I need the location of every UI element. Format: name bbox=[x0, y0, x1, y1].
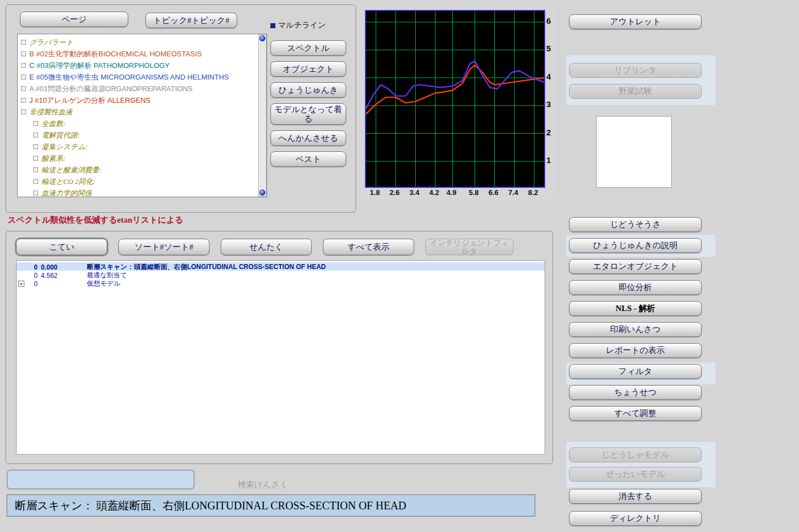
multiline-option[interactable]: マルチライン bbox=[270, 20, 326, 30]
item-checkbox[interactable] bbox=[33, 156, 38, 161]
vegetable-test-button[interactable]: 野菜試験 bbox=[569, 84, 702, 99]
right-action-button[interactable]: じどうそうさ bbox=[569, 217, 702, 232]
scroll-down-button[interactable] bbox=[259, 189, 265, 196]
catalog-list-item[interactable]: J #10アレルゲンの分析 ALLERGENS bbox=[18, 94, 267, 106]
item-label: グラバラート bbox=[29, 38, 74, 48]
results-row[interactable]: 0 0.000 断層スキャン：頭蓋縦断面、右側LONGITUDINAL CROS… bbox=[17, 262, 545, 271]
bottom-action-button[interactable]: 消去する bbox=[569, 489, 702, 504]
spectrum-chart bbox=[366, 11, 544, 187]
right-action-button[interactable]: 即位分析 bbox=[569, 280, 702, 295]
catalog-list-item[interactable]: グラバラート bbox=[18, 36, 267, 48]
results-toolbar-button[interactable]: せんたく bbox=[221, 239, 312, 255]
item-label: 輸送とCO 2同化: bbox=[41, 177, 95, 187]
preview-box bbox=[596, 116, 672, 188]
catalog-action-button[interactable]: モデルとなって着る bbox=[270, 103, 346, 125]
button-label: すべて表示 bbox=[347, 243, 389, 252]
item-checkbox[interactable] bbox=[33, 191, 38, 196]
results-row[interactable]: 0 4.562 最適な割当て bbox=[17, 271, 545, 279]
catalog-action-button[interactable]: オブジェクト bbox=[270, 61, 346, 77]
outlet-button[interactable]: アウトレット bbox=[569, 14, 702, 29]
item-checkbox[interactable] bbox=[33, 133, 38, 138]
button-label: インテリジェントフィルタ bbox=[429, 239, 510, 256]
selection-title: 断層スキャン： 頭蓋縦断面、右側LONGITUDINAL CROSS-SECTI… bbox=[7, 494, 535, 517]
bottom-actions: 消去する ディレクトリ bbox=[569, 489, 702, 526]
results-toolbar-button[interactable]: ソート#ソート# bbox=[118, 239, 210, 255]
catalog-list-item[interactable]: 酸素系: bbox=[18, 152, 267, 164]
button-label: ちょうせつ bbox=[614, 388, 657, 397]
row-number: 0 bbox=[28, 264, 41, 271]
row-number: 0 bbox=[28, 272, 41, 280]
listbox-scrollbar[interactable] bbox=[258, 34, 267, 197]
right-action-button[interactable]: エタロンオブジェクト bbox=[569, 259, 702, 274]
item-checkbox[interactable] bbox=[21, 109, 26, 114]
button-label: NLS - 解析 bbox=[615, 304, 655, 313]
catalog-actions: スペクトル オブジェクト ひょうじゅんき モデルとなって着る へんかんさせる bbox=[270, 40, 346, 167]
button-label: オブジェクト bbox=[283, 65, 333, 74]
right-action-button[interactable]: ちょうせつ bbox=[569, 385, 702, 400]
y-tick-label: 1 bbox=[546, 155, 557, 165]
right-action-button[interactable]: レポートの表示 bbox=[569, 343, 702, 358]
right-action-button[interactable]: フィルタ bbox=[569, 364, 702, 379]
right-action-button[interactable]: ひょうじゅんきの説明 bbox=[569, 238, 702, 253]
right-action-button[interactable]: 印刷いんさつ bbox=[569, 322, 702, 337]
catalog-list-item[interactable]: B #02生化学動的解析BIOCHEMICAL HOMEOSTASIS bbox=[18, 48, 267, 60]
results-toolbar-button[interactable]: インテリジェントフィルタ bbox=[425, 239, 514, 255]
item-checkbox[interactable] bbox=[21, 75, 26, 80]
right-action-button[interactable]: すべて調整 bbox=[569, 406, 702, 421]
item-checkbox[interactable] bbox=[21, 98, 26, 103]
button-label: エタロンオブジェクト bbox=[593, 262, 678, 271]
catalog-list-item[interactable]: 輸送と酸素消費量: bbox=[18, 164, 267, 176]
item-label: E #05微生物や寄生虫 MICROORGANISMS AND HELMINTH… bbox=[29, 72, 229, 82]
catalog-action-button[interactable]: へんかんさせる bbox=[270, 130, 346, 146]
button-label: こてい bbox=[49, 243, 74, 252]
results-toolbar-button[interactable]: こてい bbox=[16, 239, 107, 255]
item-label: 輸送と酸素消費量: bbox=[41, 165, 102, 175]
row-value: 0.000 bbox=[41, 264, 77, 271]
results-row[interactable]: × 0 仮想モデル bbox=[17, 279, 545, 287]
bottom-action-button[interactable]: ディレクトリ bbox=[569, 511, 702, 526]
item-label: 非侵襲性血液 bbox=[29, 107, 72, 117]
row-checkbox[interactable]: × bbox=[18, 281, 24, 287]
x-tick-label: 4.2 bbox=[426, 188, 442, 197]
catalog-list-item[interactable]: 輸送とCO 2同化: bbox=[18, 176, 267, 187]
catalog-list-item[interactable]: 電解質代謝: bbox=[18, 129, 267, 141]
catalog-list-item[interactable]: A #01問題分析の臓器源ORGANOPREPARATIONS bbox=[18, 83, 267, 94]
catalog-list-item[interactable]: 全血数: bbox=[18, 118, 267, 129]
x-tick-label: 4.9 bbox=[443, 188, 460, 197]
item-checkbox[interactable] bbox=[21, 63, 26, 68]
catalog-listbox[interactable]: グラバラート B #02生化学動的解析BIOCHEMICAL HOMEOSTAS… bbox=[17, 34, 267, 197]
catalog-action-button[interactable]: ベスト bbox=[270, 151, 346, 167]
model-action-button[interactable]: ぜったいモデル bbox=[569, 467, 702, 482]
scroll-up-button[interactable] bbox=[259, 35, 265, 41]
item-label: B #02生化学動的解析BIOCHEMICAL HOMEOSTASIS bbox=[29, 49, 202, 59]
item-checkbox[interactable] bbox=[21, 86, 26, 91]
x-tick-label: 8.2 bbox=[525, 188, 541, 197]
button-label: 印刷いんさつ bbox=[610, 325, 660, 334]
catalog-list-item[interactable]: C #03病理学的解析 PATHOMORPHOLOGY bbox=[18, 60, 267, 71]
catalog-action-button[interactable]: スペクトル bbox=[270, 40, 346, 56]
right-action-button[interactable]: NLS - 解析 bbox=[569, 301, 702, 316]
page-button[interactable]: ページ bbox=[20, 12, 128, 27]
button-label: ソート#ソート# bbox=[134, 243, 193, 252]
search-label: 検索けんさく bbox=[238, 480, 288, 490]
model-action-button[interactable]: じどうしゃモデル bbox=[569, 447, 702, 462]
catalog-list-item[interactable]: 凝集システム: bbox=[18, 141, 267, 152]
catalog-list-item[interactable]: E #05微生物や寄生虫 MICROORGANISMS AND HELMINTH… bbox=[18, 71, 267, 83]
item-checkbox[interactable] bbox=[33, 179, 38, 184]
topic-number-button[interactable]: トピック#トピック# bbox=[145, 13, 237, 28]
x-tick-label: 7.4 bbox=[505, 188, 521, 197]
catalog-action-button[interactable]: ひょうじゅんき bbox=[270, 82, 346, 98]
results-list[interactable]: 0 0.000 断層スキャン：頭蓋縦断面、右側LONGITUDINAL CROS… bbox=[16, 260, 545, 455]
search-input[interactable] bbox=[7, 470, 195, 489]
item-checkbox[interactable] bbox=[21, 40, 26, 45]
item-checkbox[interactable] bbox=[21, 51, 26, 56]
x-tick-label: 2.6 bbox=[387, 188, 403, 197]
reprinter-button[interactable]: リプリンタ bbox=[569, 63, 702, 78]
item-checkbox[interactable] bbox=[33, 144, 38, 149]
item-checkbox[interactable] bbox=[33, 121, 38, 126]
results-toolbar-button[interactable]: すべて表示 bbox=[323, 239, 414, 255]
catalog-list-item[interactable]: 血液力学的関係 bbox=[18, 187, 267, 197]
spectrum-red-curve bbox=[366, 65, 544, 114]
item-checkbox[interactable] bbox=[33, 167, 38, 172]
catalog-list-item[interactable]: 非侵襲性血液 bbox=[18, 106, 267, 118]
